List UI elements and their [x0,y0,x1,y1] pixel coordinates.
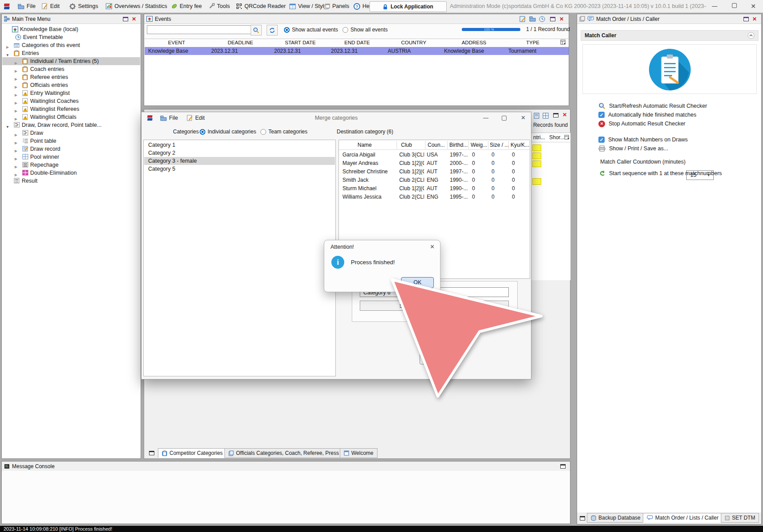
tab-set-dtm[interactable]: SET DTM [721,513,759,523]
col-size[interactable]: Size / ... [490,141,509,149]
col-country[interactable]: Coun... [428,141,445,149]
tree-item-event-timetable[interactable]: Event Timetable [2,33,140,41]
menu-settings[interactable]: Settings [69,0,98,12]
tree-item-repechage[interactable]: ▶Repechage [2,161,140,169]
menu-file[interactable]: File [18,0,35,12]
menu-qrcode[interactable]: QRCode Reader [236,0,286,12]
window-restore-button[interactable] [727,0,742,12]
col-weight[interactable]: Weig... [471,141,487,149]
events-maximize-icon[interactable] [550,17,555,21]
column-header-event[interactable]: EVENT [144,39,209,47]
bgwin-grid-icon[interactable] [543,113,549,119]
lock-application-button[interactable]: Lock Application [370,1,447,12]
menu-view-style[interactable]: View / Style [289,0,327,12]
category-list-item[interactable]: Category 2 [144,149,335,157]
column-header-type[interactable]: TYPE [506,39,559,47]
column-header-start-date[interactable]: START DATE [272,39,329,47]
tree-item-referee-entries[interactable]: ▶Referee entries [2,73,140,81]
bgwin-doc-icon[interactable] [534,113,540,119]
window-close-button[interactable]: ✕ [746,0,761,12]
events-refresh-button[interactable] [267,25,278,35]
dialog-menu-file[interactable]: File [160,112,178,124]
radio-team-categories[interactable]: Team categories [260,127,307,136]
window-minimize-button[interactable]: — [707,0,722,12]
tree-item-officials-entries[interactable]: ▶Officials entries [2,81,140,89]
tree-item-waitinglist-officials[interactable]: ▶Waitinglist Officials [2,113,140,121]
tab-officials-categories[interactable]: Officials Categories, Coach, Referee, Pr… [224,448,343,458]
menu-tools[interactable]: Tools [208,0,230,12]
tree-close-icon[interactable]: ✕ [132,16,136,22]
category-list-item-selected[interactable]: Category 3 - female [144,157,335,165]
col-kyu[interactable]: Kyu/K... [511,141,529,149]
menu-panels[interactable]: Panels [324,0,349,12]
tree-maximize-icon[interactable] [123,17,128,21]
bgwin-column-options-icon[interactable] [564,135,570,140]
start-refresh-checker-item[interactable]: Start/Refresh Automatic Result Checker [598,102,707,110]
column-header-deadline[interactable]: DEADLINE [209,39,272,47]
events-clock-icon[interactable] [539,16,545,22]
match-caller-section-bar[interactable]: Match Caller [581,30,759,41]
events-search-button[interactable] [251,25,262,35]
panel-maximize-icon[interactable] [743,17,749,21]
attention-close-icon[interactable]: ✕ [430,243,435,250]
tree-item-draw[interactable]: ▶Draw [2,129,140,137]
col-club[interactable]: Club [401,141,412,149]
column-header-end-date[interactable]: END DATE [329,39,385,47]
dialog-minimize-button[interactable]: — [483,112,488,124]
dialog-menu-edit[interactable]: Edit [187,112,205,124]
start-sequence-item[interactable]: Start sequence with 1 at these matchnumb… [598,169,722,177]
bgwin-close-icon[interactable]: ✕ [562,112,567,118]
tab-competitor-categories[interactable]: Competitor Categories [158,448,227,458]
checkbox-checked-icon[interactable]: ✓ [598,137,605,143]
tree-item-point-table[interactable]: ▶12Point table [2,137,140,145]
column-header-address[interactable]: ADDRESS [442,39,506,47]
panel-close-icon[interactable]: ✕ [752,16,757,22]
col-name[interactable]: Name [358,141,372,149]
menu-overviews[interactable]: Overviews / Statistics [106,0,167,12]
tree-item-entry-waitinglist[interactable]: ▶Entry Waitinglist [2,89,140,97]
tree-item-result[interactable]: Result [2,177,140,185]
collapse-chevron-icon[interactable] [747,32,755,39]
tree-item-knowledge-base[interactable]: Knowledge Base (local) [2,25,140,33]
merge-button[interactable]: Merge [420,354,452,364]
menu-edit[interactable]: Edit [42,0,60,12]
dialog-close-button[interactable]: ✕ [521,112,526,124]
merge-dialog-titlebar[interactable]: File Edit Merge categories — ✕ [142,112,531,124]
menu-entry-fee[interactable]: Entry fee [171,0,202,12]
ok-button[interactable]: OK [401,277,434,288]
stop-checker-item[interactable]: ✕ Stop Automatic Result Checker [598,120,685,128]
events-table-row[interactable]: Knowledge Base 2023.12.31 2023.12.31 202… [145,47,569,55]
console-maximize-icon[interactable] [560,464,566,469]
events-search-input[interactable] [147,25,252,34]
tab-match-order[interactable]: Match Order / Lists / Caller [643,513,723,523]
events-edit-icon[interactable] [519,16,526,22]
tree-item-individual-team-entries[interactable]: ▶Individual / Team Entries (5) [2,57,140,65]
rp-tabbar-window-icon[interactable] [580,516,585,520]
tree-item-waitinglist-coaches[interactable]: ▶Waitinglist Coaches [2,97,140,105]
auto-hide-matches-item[interactable]: ✓ Automatically hide finished matches [598,111,696,119]
category-list-item[interactable]: Category 1 [144,141,335,149]
dialog-maximize-button[interactable] [502,116,507,122]
tree-item-double-elimination[interactable]: ▶Double-Elimination [2,169,140,177]
tab-backup-database[interactable]: Backup Database [587,513,645,523]
show-match-numbers-item[interactable]: ✓ Show Match Numbers on Draws [598,136,688,144]
events-save-icon[interactable] [529,16,536,22]
select-from-list-button[interactable]: Select from list of categories [360,301,509,311]
column-options-icon[interactable] [560,39,566,45]
bgwin-maximize-icon[interactable] [553,113,558,117]
events-close-icon[interactable]: ✕ [559,16,564,22]
tree-item-draw-record[interactable]: ▶Draw record [2,145,140,153]
checkbox-checked-icon[interactable]: ✓ [598,112,605,118]
tree-item-categories[interactable]: ▶Categories of this event [2,41,140,49]
radio-show-all-events[interactable]: Show all events [342,25,388,35]
tree-item-coach-entries[interactable]: ▶Coach entries [2,65,140,73]
radio-show-actual-events[interactable]: Show actual events [284,25,338,35]
tree-item-draw-group[interactable]: ▼Draw, Draw record, Point table... [2,121,140,129]
column-header-country[interactable]: COUNTRY [385,39,442,47]
category-list-item[interactable]: Category 5 [144,165,335,173]
tree-item-entries[interactable]: ▼Entries [2,49,140,57]
col-birthdate[interactable]: Birthd... [449,141,468,149]
show-print-save-item[interactable]: Show / Print / Save as... [598,145,668,153]
tabbar-window-icon[interactable] [149,451,154,455]
tree-item-pool-winner[interactable]: ▶Pool winner [2,153,140,161]
